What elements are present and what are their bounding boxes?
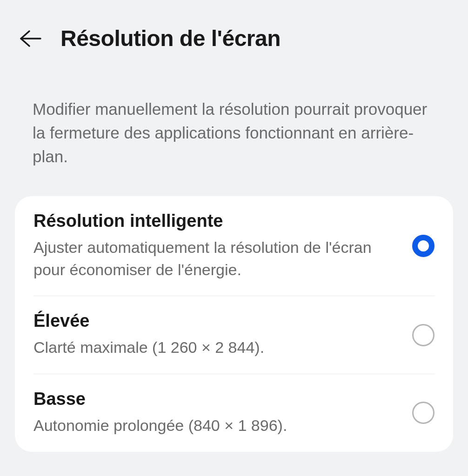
radio-selected-icon xyxy=(412,235,435,257)
header: Résolution de l'écran xyxy=(0,0,468,51)
description-text: Modifier manuellement la résolution pour… xyxy=(0,51,468,168)
option-low[interactable]: Basse Autonomie prolongée (840 × 1 896). xyxy=(15,374,453,452)
option-subtitle: Clarté maximale (1 260 × 2 844). xyxy=(33,337,401,359)
radio-unselected-icon xyxy=(412,324,435,346)
radio-unselected-icon xyxy=(412,402,435,424)
option-smart-resolution[interactable]: Résolution intelligente Ajuster automati… xyxy=(15,196,453,296)
radio-high[interactable] xyxy=(412,324,435,346)
options-card: Résolution intelligente Ajuster automati… xyxy=(15,196,453,451)
option-title: Résolution intelligente xyxy=(33,211,401,231)
option-subtitle: Ajuster automatiquement la résolution de… xyxy=(33,237,401,281)
radio-smart-resolution[interactable] xyxy=(412,235,435,257)
option-title: Élevée xyxy=(33,311,401,331)
option-subtitle: Autonomie prolongée (840 × 1 896). xyxy=(33,415,401,437)
option-title: Basse xyxy=(33,389,401,409)
page-title: Résolution de l'écran xyxy=(60,26,281,51)
back-button[interactable] xyxy=(19,27,42,50)
option-content: Élevée Clarté maximale (1 260 × 2 844). xyxy=(33,311,412,359)
option-content: Basse Autonomie prolongée (840 × 1 896). xyxy=(33,389,412,437)
back-arrow-icon xyxy=(19,29,41,48)
radio-low[interactable] xyxy=(412,402,435,424)
option-high[interactable]: Élevée Clarté maximale (1 260 × 2 844). xyxy=(15,296,453,374)
option-content: Résolution intelligente Ajuster automati… xyxy=(33,211,412,281)
